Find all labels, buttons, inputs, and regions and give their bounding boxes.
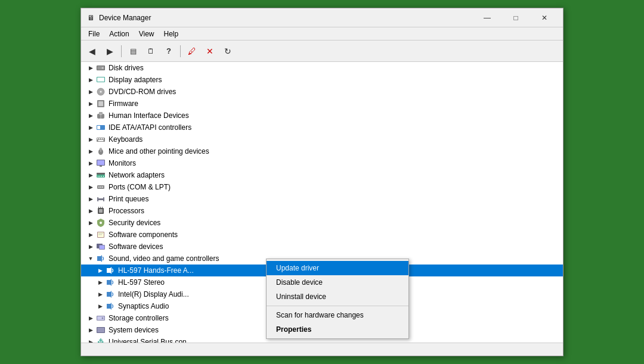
tree-arrow-hid[interactable]: ▶ — [86, 111, 95, 120]
tree-item-monitors[interactable]: ▶ Monitors — [81, 157, 563, 169]
svg-rect-17 — [99, 138, 100, 139]
tree-item-print-queues[interactable]: ▶ Print queues — [81, 193, 563, 205]
svg-rect-14 — [97, 126, 100, 129]
close-button[interactable]: ✕ — [531, 10, 558, 26]
tree-arrow-storage[interactable]: ▶ — [86, 313, 95, 323]
tree-arrow-print-queues[interactable]: ▶ — [86, 194, 95, 204]
tree-label-keyboards: Keyboards — [109, 135, 143, 144]
usb-icon — [95, 337, 106, 343]
ctx-uninstall-device[interactable]: Uninstall device — [267, 290, 408, 304]
tree-label-print-queues: Print queues — [109, 195, 148, 203]
tree-label-hl597-handsfree: HL-597 Hands-Free A... — [118, 266, 194, 275]
tree-item-software-components[interactable]: ▶ Software components — [81, 229, 563, 241]
tree-item-mice[interactable]: ▶ Mice and other pointing devices — [81, 145, 563, 157]
tree-label-synaptics-audio: Synaptics Audio — [118, 302, 169, 310]
scan-toolbar-button[interactable]: ↻ — [219, 43, 236, 59]
tree-label-hl597-stereo: HL-597 Stereo — [118, 278, 165, 287]
device-tree[interactable]: ▶ Disk drives ▶ Display adapters ▶ DVD/C… — [81, 62, 563, 343]
tree-item-software-devices[interactable]: ▶ Software devices — [81, 241, 563, 253]
ctx-update-driver[interactable]: Update driver — [267, 261, 408, 275]
tree-arrow-mice[interactable]: ▶ — [86, 147, 95, 156]
tree-item-processors[interactable]: ▶ Processors — [81, 205, 563, 217]
tree-arrow-system-devices[interactable]: ▶ — [86, 325, 95, 335]
tree-item-keyboards[interactable]: ▶ Keyboards — [81, 133, 563, 145]
svg-marker-56 — [107, 291, 112, 298]
tree-item-display-adapters[interactable]: ▶ Display adapters — [81, 74, 563, 86]
tree-label-usb: Universal Serial Bus con... — [109, 338, 193, 343]
tree-arrow-security[interactable]: ▶ — [86, 218, 95, 228]
tree-label-processors: Processors — [109, 207, 144, 215]
svg-rect-18 — [101, 138, 102, 139]
tree-arrow-hl597-stereo[interactable]: ▶ — [95, 278, 105, 287]
tree-item-firmware[interactable]: ▶ Firmware — [81, 98, 563, 110]
svg-rect-38 — [98, 196, 103, 198]
forward-button[interactable]: ▶ — [101, 43, 118, 59]
tree-arrow-network[interactable]: ▶ — [86, 170, 95, 180]
window-title: Device Manager — [99, 14, 473, 22]
tree-item-network[interactable]: ▶ Network adapters — [81, 169, 563, 181]
keyboards-icon — [95, 134, 106, 145]
svg-point-36 — [102, 186, 103, 188]
tree-arrow-ports[interactable]: ▶ — [86, 182, 95, 192]
back-button[interactable]: ◀ — [83, 43, 100, 59]
tree-arrow-ide[interactable]: ▶ — [86, 123, 95, 132]
tree-item-hid[interactable]: ▶ Human Interface Devices — [81, 110, 563, 122]
tree-arrow-sound-video[interactable]: ▼ — [86, 254, 95, 263]
tree-item-ports[interactable]: ▶ Ports (COM & LPT) — [81, 181, 563, 193]
tree-item-ide[interactable]: ▶ IDE ATA/ATAPI controllers — [81, 122, 563, 133]
svg-rect-31 — [103, 176, 104, 177]
svg-rect-19 — [103, 138, 104, 139]
tree-item-disk-drives[interactable]: ▶ Disk drives — [81, 62, 563, 74]
svg-marker-55 — [107, 279, 112, 286]
tree-arrow-intel-display-audio[interactable]: ▶ — [95, 290, 105, 299]
tree-arrow-software-components[interactable]: ▶ — [86, 230, 95, 239]
help-button[interactable]: ? — [160, 43, 177, 59]
show-hid-button[interactable]: ▤ — [125, 43, 141, 59]
tree-label-ide: IDE ATA/ATAPI controllers — [109, 123, 191, 132]
tree-arrow-display-adapters[interactable]: ▶ — [86, 75, 95, 85]
tree-arrow-keyboards[interactable]: ▶ — [86, 135, 95, 144]
menu-bar: File Action View Help — [81, 27, 563, 41]
tree-label-hid: Human Interface Devices — [109, 111, 189, 120]
ctx-properties[interactable]: Properties — [267, 322, 408, 337]
update-driver-toolbar-button[interactable]: 🖊 — [184, 43, 200, 59]
tree-arrow-synaptics-audio[interactable]: ▶ — [95, 301, 105, 311]
tree-item-security[interactable]: ▶ Security devices — [81, 217, 563, 229]
tree-label-storage: Storage controllers — [109, 314, 169, 322]
tree-label-disk-drives: Disk drives — [109, 64, 144, 72]
tree-arrow-hl597-handsfree[interactable]: ▶ — [95, 266, 105, 275]
toolbar-separator-1 — [121, 45, 122, 57]
menu-action[interactable]: Action — [104, 29, 134, 39]
svg-point-23 — [100, 148, 102, 150]
tree-label-firmware: Firmware — [109, 99, 138, 108]
toolbar: ◀ ▶ ▤ 🗒 ? 🖊 ✕ ↻ — [81, 41, 563, 62]
svg-rect-42 — [98, 207, 99, 208]
tree-arrow-disk-drives[interactable]: ▶ — [86, 63, 95, 73]
tree-item-dvd-rom[interactable]: ▶ DVD/CD-ROM drives — [81, 86, 563, 98]
svg-rect-41 — [99, 209, 103, 213]
svg-rect-25 — [97, 160, 104, 165]
properties-toolbar-button[interactable]: 🗒 — [143, 43, 159, 59]
tree-arrow-software-devices[interactable]: ▶ — [86, 242, 95, 251]
tree-arrow-dvd-rom[interactable]: ▶ — [86, 87, 95, 97]
tree-arrow-firmware[interactable]: ▶ — [86, 99, 95, 108]
menu-help[interactable]: Help — [159, 29, 184, 39]
tree-arrow-processors[interactable]: ▶ — [86, 206, 95, 216]
tree-label-ports: Ports (COM & LPT) — [109, 183, 171, 191]
tree-arrow-usb[interactable]: ▶ — [86, 337, 95, 343]
print-queues-icon — [95, 194, 106, 204]
uninstall-toolbar-button[interactable]: ✕ — [202, 43, 218, 59]
tree-arrow-monitors[interactable]: ▶ — [86, 158, 95, 168]
svg-point-45 — [100, 222, 102, 224]
tree-label-network: Network adapters — [109, 171, 165, 179]
maximize-button[interactable]: □ — [502, 10, 530, 26]
menu-file[interactable]: File — [83, 29, 104, 39]
device-manager-window: 🖥 Device Manager — □ ✕ File Action View … — [80, 8, 564, 356]
minimize-button[interactable]: — — [473, 10, 501, 26]
processors-icon — [95, 206, 106, 216]
menu-view[interactable]: View — [134, 29, 159, 39]
monitors-icon — [95, 158, 106, 169]
ctx-disable-device[interactable]: Disable device — [267, 275, 408, 290]
software-devices-icon — [95, 241, 106, 252]
ctx-scan-hardware[interactable]: Scan for hardware changes — [267, 308, 408, 322]
